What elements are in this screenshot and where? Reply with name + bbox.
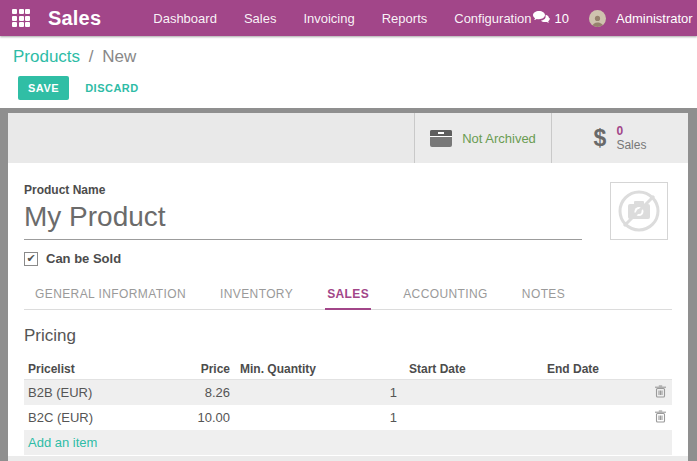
table-row[interactable]: B2C (EUR) 10.00 1 (24, 405, 672, 430)
topbar-right: 10 Administrator ▾ (532, 10, 697, 27)
add-item-row: Add an item (24, 430, 672, 455)
user-avatar[interactable] (589, 10, 606, 27)
tab-general-information[interactable]: GENERAL INFORMATION (33, 281, 188, 310)
cell-price[interactable]: 8.26 (135, 385, 230, 400)
col-header-pricelist[interactable]: Pricelist (24, 362, 135, 376)
can-be-sold-row: ✔ Can be Sold (24, 251, 672, 266)
chat-bubbles-icon (532, 11, 550, 25)
breadcrumb: Products / New (13, 47, 697, 67)
messages-count: 10 (555, 11, 569, 26)
pricelist-table: Pricelist Price Min. Quantity Start Date… (24, 358, 672, 455)
archive-box-icon (430, 130, 452, 147)
col-header-price[interactable]: Price (135, 362, 230, 376)
menu-item-invoicing[interactable]: Invoicing (303, 11, 354, 26)
col-header-start-date[interactable]: Start Date (397, 362, 542, 376)
form-body: Product Name ✔ Can be Sold GENERAL INFOR… (8, 163, 688, 455)
no-camera-icon (615, 187, 663, 235)
odoo-sales-product-form-screen: Sales Dashboard Sales Invoicing Reports … (0, 0, 697, 461)
tab-notes[interactable]: NOTES (520, 281, 567, 310)
top-navbar: Sales Dashboard Sales Invoicing Reports … (0, 0, 697, 36)
breadcrumb-current: New (102, 47, 136, 66)
not-archived-button[interactable]: Not Archived (414, 113, 551, 163)
next-section-strip (8, 456, 688, 461)
person-icon (591, 14, 604, 27)
cell-min-quantity[interactable]: 1 (230, 410, 397, 425)
tab-sales[interactable]: SALES (325, 281, 371, 310)
menu-item-dashboard[interactable]: Dashboard (153, 11, 217, 26)
sales-stat-button[interactable]: $ 0 Sales (551, 113, 688, 163)
dollar-icon: $ (594, 125, 607, 152)
col-header-min-quantity[interactable]: Min. Quantity (230, 362, 397, 376)
sales-stat-label: Sales (616, 138, 646, 152)
menu-item-reports[interactable]: Reports (382, 11, 428, 26)
pricing-section-title: Pricing (24, 326, 672, 346)
form-sheet: Not Archived $ 0 Sales (8, 113, 688, 461)
app-name[interactable]: Sales (48, 7, 101, 30)
pricelist-table-header: Pricelist Price Min. Quantity Start Date… (24, 358, 672, 380)
sheet-header-strip: Not Archived $ 0 Sales (8, 113, 688, 163)
cell-pricelist[interactable]: B2B (EUR) (24, 385, 135, 400)
table-row[interactable]: B2B (EUR) 8.26 1 (24, 380, 672, 405)
top-menu: Dashboard Sales Invoicing Reports Config… (153, 11, 531, 26)
messages-button[interactable]: 10 (532, 11, 569, 26)
apps-grid-icon[interactable] (12, 9, 30, 27)
product-name-label: Product Name (24, 183, 672, 197)
can-be-sold-label: Can be Sold (46, 251, 121, 266)
action-buttons-row: SAVE DISCARD (18, 76, 697, 100)
product-image-upload[interactable] (610, 182, 668, 240)
cell-price[interactable]: 10.00 (135, 410, 230, 425)
stat-button-box: Not Archived $ 0 Sales (414, 113, 688, 163)
user-menu[interactable]: Administrator (616, 11, 693, 26)
control-panel: Products / New SAVE DISCARD (0, 36, 697, 108)
menu-item-sales[interactable]: Sales (244, 11, 277, 26)
cell-min-quantity[interactable]: 1 (230, 385, 397, 400)
cell-pricelist[interactable]: B2C (EUR) (24, 410, 135, 425)
notebook-tabs: GENERAL INFORMATION INVENTORY SALES ACCO… (24, 281, 672, 310)
tab-inventory[interactable]: INVENTORY (218, 281, 295, 310)
delete-row-icon[interactable] (655, 410, 666, 423)
sales-count: 0 (616, 124, 646, 138)
delete-row-icon[interactable] (655, 385, 666, 398)
tab-accounting[interactable]: ACCOUNTING (401, 281, 490, 310)
not-archived-label: Not Archived (462, 131, 536, 146)
add-an-item-link[interactable]: Add an item (28, 435, 97, 450)
breadcrumb-separator: / (89, 47, 94, 66)
save-button[interactable]: SAVE (18, 76, 69, 100)
page-background: Not Archived $ 0 Sales (0, 108, 697, 461)
col-header-end-date[interactable]: End Date (542, 362, 642, 376)
discard-button[interactable]: DISCARD (85, 82, 139, 94)
menu-item-configuration[interactable]: Configuration (454, 11, 531, 26)
can-be-sold-checkbox[interactable]: ✔ (24, 252, 38, 266)
breadcrumb-products-link[interactable]: Products (13, 47, 80, 66)
product-name-input[interactable] (24, 199, 582, 240)
